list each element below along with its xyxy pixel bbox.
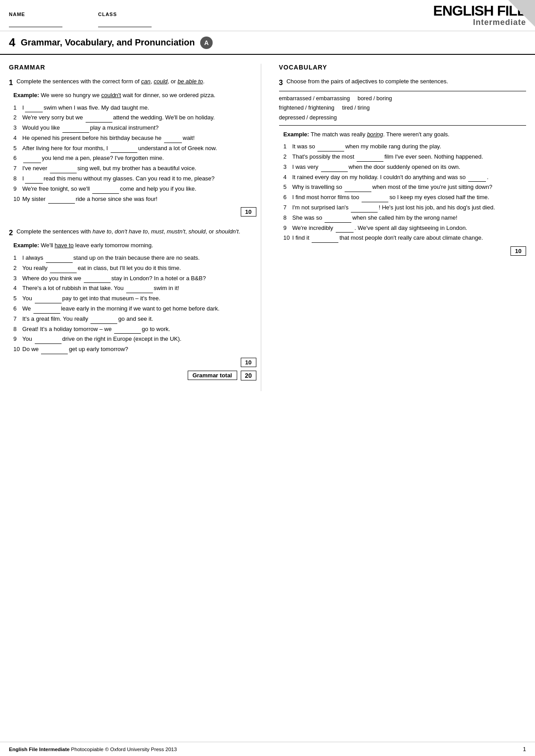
main-content: GRAMMAR 1 Complete the sentences with th… <box>0 55 535 400</box>
table-row: 5You pay to get into that museum – it's … <box>13 294 256 303</box>
corner-decoration <box>508 0 535 27</box>
table-row: 9We're incredibly . We've spent all day … <box>284 224 527 233</box>
logo-area: ENGLISH FILE Intermediate <box>392 0 535 31</box>
word-bank: embarrassed / embarrassing bored / borin… <box>279 91 527 126</box>
vocabulary-section: VOCABULARY 3 Choose from the pairs of ad… <box>275 64 527 391</box>
table-row: 5Why is travelling so when most of the t… <box>284 183 527 192</box>
table-row: 4He opened his present before his birthd… <box>13 134 256 143</box>
blank <box>50 267 77 273</box>
blank <box>357 155 383 162</box>
class-field: CLASS <box>98 4 152 27</box>
blank <box>362 196 388 202</box>
word-bank-line1: embarrassed / embarrassing bored / borin… <box>279 94 527 103</box>
table-row: 8Iread this menu without my glasses. Can… <box>13 174 256 184</box>
grammar-section-header: GRAMMAR <box>9 64 256 71</box>
blank <box>62 127 89 133</box>
name-field: NAME <box>9 4 62 27</box>
blank <box>164 137 182 143</box>
exercise-1-score-box: 10 <box>9 207 256 217</box>
grammar-total-score: 20 <box>241 371 256 380</box>
table-row: 9We're free tonight, so we'll come and h… <box>13 184 256 194</box>
blank <box>41 348 68 354</box>
exercise-2-score: 10 <box>241 358 256 367</box>
blank <box>33 307 60 314</box>
table-row: 7I'm not surprised Ian's ! He's just los… <box>284 203 527 212</box>
blank <box>23 157 41 163</box>
page-footer: English File Intermediate Photocopiable … <box>0 742 535 756</box>
exercise-2-instruction: 2 Complete the sentences with have to, d… <box>9 227 256 238</box>
blank <box>86 116 112 123</box>
table-row: 2We're very sorry but we attend the wedd… <box>13 113 256 123</box>
exercise-3-score-box: 10 <box>279 246 527 256</box>
table-row: 9You drive on the right in Europe (excep… <box>13 335 256 344</box>
grammar-total: Grammar total 20 <box>9 371 256 380</box>
example-underline-2: have to <box>55 242 74 249</box>
example-label-2: Example: <box>13 242 39 249</box>
table-row: 7It's a great film. You really go and se… <box>13 315 256 324</box>
exercise-2-number: 2 <box>9 228 13 238</box>
blank <box>48 197 75 204</box>
table-row: 10I find it that most people don't reall… <box>284 233 527 243</box>
table-row: 10Do we get up early tomorrow? <box>13 345 256 354</box>
table-row: 10My sister ride a horse since she was f… <box>13 195 256 204</box>
exercise-1: 1 Complete the sentences with the correc… <box>9 77 256 217</box>
footer-text-normal: Photocopiable © Oxford University Press … <box>70 747 177 752</box>
blank <box>325 217 351 223</box>
class-label: CLASS <box>98 12 152 17</box>
blank <box>50 167 77 173</box>
blank <box>336 226 354 233</box>
blank <box>84 277 111 283</box>
exercise-1-example: Example: We were so hungry we couldn't w… <box>13 91 256 100</box>
unit-title: Grammar, Vocabulary, and Pronunciation <box>21 37 194 48</box>
blank <box>312 237 338 243</box>
exercise-2: 2 Complete the sentences with have to, d… <box>9 227 256 380</box>
exercise-1-items: 1Iswim when I was five. My dad taught me… <box>13 103 256 204</box>
blank <box>345 186 371 192</box>
unit-title-bar: 4 Grammar, Vocabulary, and Pronunciation… <box>0 31 535 55</box>
example-italic-underline: boring <box>367 131 383 138</box>
blank <box>111 147 137 153</box>
grammar-section: GRAMMAR 1 Complete the sentences with th… <box>9 64 261 391</box>
table-row: 5After living here for four months, I un… <box>13 144 256 153</box>
table-row: 3Would you like play a musical instrumen… <box>13 123 256 133</box>
grammar-total-label: Grammar total <box>188 371 237 380</box>
table-row: 7I've never sing well, but my brother ha… <box>13 164 256 173</box>
table-row: 3Where do you think we stay in London? I… <box>13 274 256 283</box>
table-row: 1I always stand up on the train because … <box>13 253 256 263</box>
exercise-3-instruction: 3 Choose from the pairs of adjectives to… <box>279 77 527 88</box>
table-row: 6We leave early in the morning if we wan… <box>13 304 256 314</box>
table-row: 4There's a lot of rubbish in that lake. … <box>13 284 256 293</box>
blank <box>91 318 117 324</box>
table-row: 8She was so when she called him by the w… <box>284 213 527 223</box>
exercise-1-score: 10 <box>241 207 256 217</box>
table-row: 8Great! It's a holiday tomorrow – we go … <box>13 325 256 334</box>
exercise-2-example: Example: We'll have to leave early tomor… <box>13 241 256 250</box>
name-label: NAME <box>9 12 62 17</box>
name-class-area: NAME CLASS <box>0 0 392 31</box>
footer-text-bold: English File Intermediate <box>9 747 70 752</box>
example-label-3: Example: <box>284 131 309 138</box>
exercise-1-instruction: 1 Complete the sentences with the correc… <box>9 77 256 88</box>
table-row: 6I find most horror films too so I keep … <box>284 193 527 202</box>
blank <box>25 106 43 112</box>
example-label-1: Example: <box>13 92 39 98</box>
table-row: 1It was so when my mobile rang during th… <box>284 142 527 151</box>
table-row: 6you lend me a pen, please? I've forgott… <box>13 154 256 163</box>
exercise-3-score: 10 <box>510 246 526 256</box>
exercise-1-number: 1 <box>9 78 13 88</box>
exercise-3-number: 3 <box>279 78 283 88</box>
exercise-2-score-box: 10 <box>9 358 256 367</box>
blank <box>35 338 62 344</box>
word-bank-line3: depressed / depressing <box>279 113 527 123</box>
blank <box>114 327 141 334</box>
unit-number: 4 <box>9 36 15 49</box>
page-header: NAME CLASS ENGLISH FILE Intermediate <box>0 0 535 31</box>
exercise-3-items: 1It was so when my mobile rang during th… <box>284 142 527 243</box>
blank <box>468 176 486 182</box>
blank <box>35 297 62 303</box>
page-number: 1 <box>523 746 526 752</box>
blank <box>317 145 344 151</box>
blank <box>351 206 378 212</box>
table-row: 2You really eat in class, but I'll let y… <box>13 264 256 273</box>
word-bank-line2: frightened / frightening tired / tiring <box>279 103 527 113</box>
